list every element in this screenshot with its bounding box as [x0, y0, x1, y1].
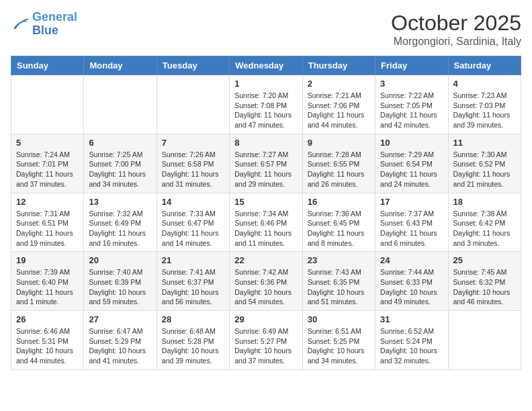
month-title: October 2025 — [391, 11, 521, 36]
day-number: 9 — [308, 138, 370, 148]
calendar-day-header: Thursday — [302, 56, 375, 75]
calendar-day-cell: 15Sunrise: 7:34 AM Sunset: 6:46 PM Dayli… — [230, 193, 302, 252]
day-info: Sunrise: 7:36 AM Sunset: 6:45 PM Dayligh… — [308, 209, 370, 248]
calendar-day-header: Saturday — [448, 56, 521, 75]
day-info: Sunrise: 7:22 AM Sunset: 7:05 PM Dayligh… — [380, 91, 443, 130]
calendar-day-cell: 31Sunrise: 6:52 AM Sunset: 5:24 PM Dayli… — [375, 311, 448, 370]
calendar-day-cell: 14Sunrise: 7:33 AM Sunset: 6:47 PM Dayli… — [157, 193, 229, 252]
calendar-day-cell — [11, 75, 84, 134]
day-number: 22 — [234, 255, 297, 265]
day-info: Sunrise: 7:40 AM Sunset: 6:39 PM Dayligh… — [89, 267, 151, 307]
day-info: Sunrise: 7:37 AM Sunset: 6:43 PM Dayligh… — [380, 209, 443, 248]
calendar-day-cell: 6Sunrise: 7:25 AM Sunset: 7:00 PM Daylig… — [84, 134, 157, 193]
logo-line1: General — [32, 10, 77, 24]
day-info: Sunrise: 7:41 AM Sunset: 6:37 PM Dayligh… — [162, 267, 224, 307]
calendar-day-cell: 8Sunrise: 7:27 AM Sunset: 6:57 PM Daylig… — [230, 134, 302, 193]
day-number: 31 — [380, 314, 443, 324]
day-info: Sunrise: 6:49 AM Sunset: 5:27 PM Dayligh… — [234, 326, 297, 366]
day-info: Sunrise: 7:32 AM Sunset: 6:49 PM Dayligh… — [89, 209, 151, 248]
day-number: 26 — [16, 314, 79, 324]
calendar-week-row: 19Sunrise: 7:39 AM Sunset: 6:40 PM Dayli… — [11, 252, 521, 311]
calendar-day-cell: 20Sunrise: 7:40 AM Sunset: 6:39 PM Dayli… — [84, 252, 157, 311]
calendar-day-cell: 29Sunrise: 6:49 AM Sunset: 5:27 PM Dayli… — [230, 311, 302, 370]
day-info: Sunrise: 7:26 AM Sunset: 6:58 PM Dayligh… — [162, 150, 224, 189]
day-number: 19 — [16, 255, 79, 265]
day-info: Sunrise: 6:47 AM Sunset: 5:29 PM Dayligh… — [89, 326, 151, 366]
calendar-day-cell: 1Sunrise: 7:20 AM Sunset: 7:08 PM Daylig… — [230, 75, 302, 134]
calendar-week-row: 26Sunrise: 6:46 AM Sunset: 5:31 PM Dayli… — [11, 311, 521, 370]
logo: General Blue — [11, 11, 77, 38]
calendar-day-cell: 21Sunrise: 7:41 AM Sunset: 6:37 PM Dayli… — [157, 252, 229, 311]
day-number: 15 — [234, 197, 297, 207]
calendar-day-cell: 10Sunrise: 7:29 AM Sunset: 6:54 PM Dayli… — [375, 134, 448, 193]
calendar-day-cell — [157, 75, 229, 134]
calendar-day-cell: 3Sunrise: 7:22 AM Sunset: 7:05 PM Daylig… — [375, 75, 448, 134]
day-number: 18 — [453, 197, 516, 207]
day-number: 21 — [162, 255, 224, 265]
day-info: Sunrise: 6:46 AM Sunset: 5:31 PM Dayligh… — [16, 326, 79, 366]
calendar-day-cell: 7Sunrise: 7:26 AM Sunset: 6:58 PM Daylig… — [157, 134, 229, 193]
calendar-day-cell: 9Sunrise: 7:28 AM Sunset: 6:55 PM Daylig… — [302, 134, 375, 193]
day-number: 14 — [162, 197, 224, 207]
calendar-day-cell: 5Sunrise: 7:24 AM Sunset: 7:01 PM Daylig… — [11, 134, 84, 193]
day-number: 29 — [234, 314, 297, 324]
day-number: 28 — [162, 314, 224, 324]
day-info: Sunrise: 7:44 AM Sunset: 6:33 PM Dayligh… — [380, 267, 443, 307]
calendar-day-cell — [84, 75, 157, 134]
day-info: Sunrise: 7:24 AM Sunset: 7:01 PM Dayligh… — [16, 150, 79, 189]
calendar-day-cell: 28Sunrise: 6:48 AM Sunset: 5:28 PM Dayli… — [157, 311, 229, 370]
day-number: 27 — [89, 314, 151, 324]
day-info: Sunrise: 7:39 AM Sunset: 6:40 PM Dayligh… — [16, 267, 79, 307]
calendar-week-row: 5Sunrise: 7:24 AM Sunset: 7:01 PM Daylig… — [11, 134, 521, 193]
calendar-day-header: Tuesday — [157, 56, 229, 75]
day-number: 12 — [16, 197, 79, 207]
logo-line2: Blue — [32, 24, 58, 37]
calendar-day-cell: 11Sunrise: 7:30 AM Sunset: 6:52 PM Dayli… — [448, 134, 521, 193]
day-info: Sunrise: 7:28 AM Sunset: 6:55 PM Dayligh… — [308, 150, 370, 189]
location-subtitle: Morgongiori, Sardinia, Italy — [391, 36, 521, 48]
day-info: Sunrise: 7:38 AM Sunset: 6:42 PM Dayligh… — [453, 209, 516, 248]
day-number: 30 — [308, 314, 370, 324]
day-info: Sunrise: 7:21 AM Sunset: 7:06 PM Dayligh… — [308, 91, 370, 130]
logo-icon — [11, 17, 30, 32]
day-number: 7 — [162, 138, 224, 148]
day-info: Sunrise: 7:29 AM Sunset: 6:54 PM Dayligh… — [380, 150, 443, 189]
calendar-day-cell: 17Sunrise: 7:37 AM Sunset: 6:43 PM Dayli… — [375, 193, 448, 252]
day-number: 20 — [89, 255, 151, 265]
day-number: 2 — [308, 79, 370, 89]
day-info: Sunrise: 7:42 AM Sunset: 6:36 PM Dayligh… — [234, 267, 297, 307]
day-info: Sunrise: 7:45 AM Sunset: 6:32 PM Dayligh… — [453, 267, 516, 307]
logo-text: General Blue — [32, 11, 77, 38]
day-info: Sunrise: 7:31 AM Sunset: 6:51 PM Dayligh… — [16, 209, 79, 248]
day-info: Sunrise: 7:34 AM Sunset: 6:46 PM Dayligh… — [234, 209, 297, 248]
day-info: Sunrise: 7:27 AM Sunset: 6:57 PM Dayligh… — [234, 150, 297, 189]
calendar-day-cell: 4Sunrise: 7:23 AM Sunset: 7:03 PM Daylig… — [448, 75, 521, 134]
calendar-day-cell: 12Sunrise: 7:31 AM Sunset: 6:51 PM Dayli… — [11, 193, 84, 252]
calendar-day-cell: 18Sunrise: 7:38 AM Sunset: 6:42 PM Dayli… — [448, 193, 521, 252]
calendar-day-cell: 2Sunrise: 7:21 AM Sunset: 7:06 PM Daylig… — [302, 75, 375, 134]
day-number: 13 — [89, 197, 151, 207]
calendar-day-cell: 26Sunrise: 6:46 AM Sunset: 5:31 PM Dayli… — [11, 311, 84, 370]
day-info: Sunrise: 7:23 AM Sunset: 7:03 PM Dayligh… — [453, 91, 516, 130]
calendar-day-cell: 27Sunrise: 6:47 AM Sunset: 5:29 PM Dayli… — [84, 311, 157, 370]
day-number: 1 — [234, 79, 297, 89]
calendar-day-header: Wednesday — [230, 56, 302, 75]
day-number: 5 — [16, 138, 79, 148]
day-number: 3 — [380, 79, 443, 89]
day-info: Sunrise: 7:20 AM Sunset: 7:08 PM Dayligh… — [234, 91, 297, 130]
calendar-day-cell — [448, 311, 521, 370]
day-number: 16 — [308, 197, 370, 207]
calendar-day-cell: 25Sunrise: 7:45 AM Sunset: 6:32 PM Dayli… — [448, 252, 521, 311]
day-info: Sunrise: 7:30 AM Sunset: 6:52 PM Dayligh… — [453, 150, 516, 189]
calendar-day-cell: 16Sunrise: 7:36 AM Sunset: 6:45 PM Dayli… — [302, 193, 375, 252]
day-info: Sunrise: 7:43 AM Sunset: 6:35 PM Dayligh… — [308, 267, 370, 307]
day-number: 25 — [453, 255, 516, 265]
calendar-table: SundayMondayTuesdayWednesdayThursdayFrid… — [11, 56, 521, 370]
day-info: Sunrise: 7:33 AM Sunset: 6:47 PM Dayligh… — [162, 209, 224, 248]
day-number: 4 — [453, 79, 516, 89]
calendar-day-cell: 23Sunrise: 7:43 AM Sunset: 6:35 PM Dayli… — [302, 252, 375, 311]
calendar-day-cell: 13Sunrise: 7:32 AM Sunset: 6:49 PM Dayli… — [84, 193, 157, 252]
day-number: 24 — [380, 255, 443, 265]
calendar-day-cell: 30Sunrise: 6:51 AM Sunset: 5:25 PM Dayli… — [302, 311, 375, 370]
day-number: 11 — [453, 138, 516, 148]
